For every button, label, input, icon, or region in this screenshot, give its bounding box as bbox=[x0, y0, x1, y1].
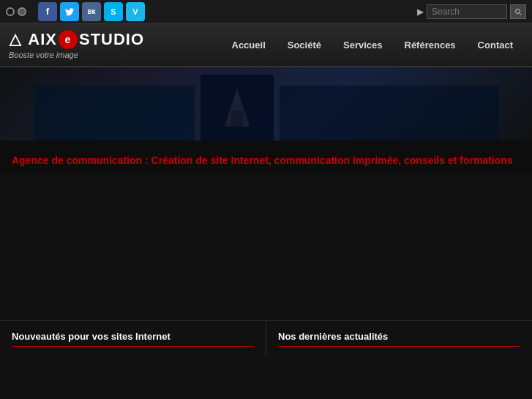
facebook-icon[interactable]: f bbox=[38, 2, 57, 21]
tagline: Agence de communication : Création de si… bbox=[12, 154, 520, 168]
header: AIX e STUDIO Booste votre image Accueil … bbox=[0, 23, 532, 67]
hero-right-block bbox=[280, 86, 499, 141]
logo-e-circle: e bbox=[59, 30, 78, 49]
vimeo-icon[interactable]: V bbox=[126, 2, 145, 21]
svg-rect-2 bbox=[231, 111, 243, 126]
col-left-title: Nouveautés pour vos sites Internet bbox=[12, 331, 254, 342]
radio-filled bbox=[18, 7, 26, 16]
twitter-icon[interactable] bbox=[60, 2, 79, 21]
logo-studio: STUDIO bbox=[79, 30, 144, 49]
vk-icon[interactable]: вк bbox=[82, 2, 101, 21]
logo-area: AIX e STUDIO Booste votre image bbox=[9, 30, 144, 59]
tagline-area: Agence de communication : Création de si… bbox=[0, 141, 532, 174]
hero-area bbox=[0, 67, 532, 141]
search-button[interactable] bbox=[510, 4, 526, 19]
logo-subtitle: Booste votre image bbox=[9, 51, 144, 59]
nav-references[interactable]: Références bbox=[394, 35, 466, 55]
top-bar-left bbox=[6, 7, 26, 16]
top-bar: f вк S V ▶ bbox=[0, 0, 532, 23]
main-nav: Accueil Société Services Références Cont… bbox=[222, 35, 524, 55]
content-columns: Nouveautés pour vos sites Internet Nos d… bbox=[0, 320, 532, 357]
nav-societe[interactable]: Société bbox=[277, 35, 331, 55]
social-icons: f вк S V bbox=[38, 2, 145, 21]
main-content: Agence de communication : Création de si… bbox=[0, 67, 532, 357]
hero-left-block bbox=[34, 86, 195, 141]
skype-icon[interactable]: S bbox=[104, 2, 123, 21]
svg-marker-0 bbox=[10, 35, 20, 45]
radio-empty bbox=[6, 7, 15, 16]
nav-accueil[interactable]: Accueil bbox=[222, 35, 276, 55]
col-right-title: Nos dernières actualités bbox=[278, 331, 520, 342]
nav-services[interactable]: Services bbox=[333, 35, 393, 55]
logo-aix: AIX bbox=[9, 30, 57, 49]
search-input[interactable] bbox=[427, 4, 507, 19]
search-arrow: ▶ bbox=[417, 7, 424, 17]
hero-center-block bbox=[201, 75, 274, 141]
col-right: Nos dernières actualités bbox=[266, 321, 532, 357]
search-area: ▶ bbox=[417, 4, 526, 19]
col-left-divider bbox=[12, 346, 254, 347]
nav-contact[interactable]: Contact bbox=[468, 35, 523, 55]
logo-title: AIX e STUDIO bbox=[9, 30, 144, 49]
col-right-divider bbox=[278, 346, 520, 347]
col-left: Nouveautés pour vos sites Internet bbox=[0, 321, 266, 357]
